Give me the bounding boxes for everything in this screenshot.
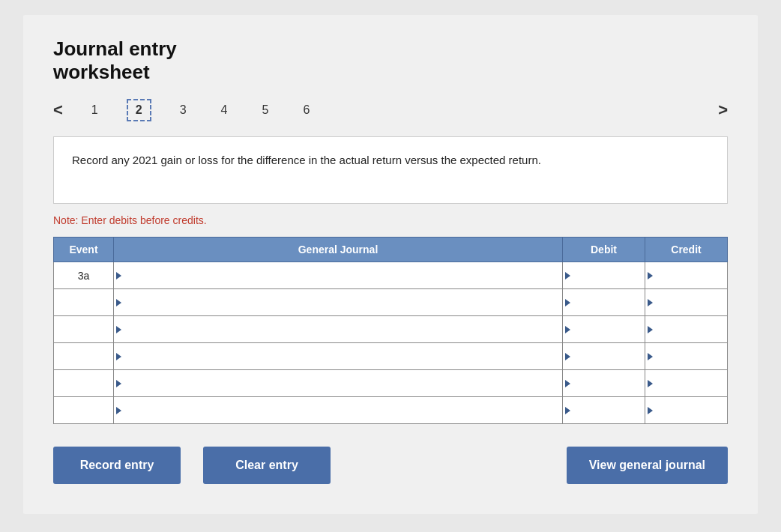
buttons-row: Record entry Clear entry View general jo… [53,447,728,484]
credit-input[interactable] [645,289,727,315]
event-cell: 3a [54,262,114,289]
table-row [54,316,728,343]
debit-cell[interactable] [563,370,645,397]
nav-item-6[interactable]: 6 [297,100,316,120]
journal-table: Event General Journal Debit Credit 3a [53,237,728,424]
nav-item-4[interactable]: 4 [215,100,234,120]
credit-cell[interactable] [645,343,728,370]
credit-arrow-icon [648,299,653,306]
credit-arrow-icon [648,272,653,279]
credit-arrow-icon [648,353,653,360]
general-journal-cell[interactable] [114,343,563,370]
debit-input[interactable] [563,262,645,288]
general-journal-cell[interactable] [114,289,563,316]
nav-item-3[interactable]: 3 [174,100,193,120]
cell-arrow-icon [116,380,121,387]
debit-arrow-icon [565,272,570,279]
debit-arrow-icon [565,380,570,387]
table-row [54,343,728,370]
credit-arrow-icon [648,407,653,414]
debit-arrow-icon [565,326,570,333]
nav-next-arrow[interactable]: > [718,100,728,120]
record-entry-button[interactable]: Record entry [53,447,181,484]
credit-input[interactable] [645,343,727,369]
debit-cell[interactable] [563,343,645,370]
instruction-text: Record any 2021 gain or loss for the dif… [72,152,709,169]
credit-cell[interactable] [645,262,728,289]
general-journal-cell[interactable] [114,316,563,343]
header-credit: Credit [645,238,728,262]
cell-arrow-icon [116,299,121,306]
cell-arrow-icon [116,353,121,360]
debit-arrow-icon [565,353,570,360]
event-cell [54,343,114,370]
general-journal-input[interactable] [114,370,562,396]
debit-arrow-icon [565,407,570,414]
credit-cell[interactable] [645,397,728,424]
debit-cell[interactable] [563,397,645,424]
table-row [54,397,728,424]
debit-input[interactable] [563,397,645,423]
credit-arrow-icon [648,380,653,387]
general-journal-input[interactable] [114,316,562,342]
table-row [54,289,728,316]
debit-input[interactable] [563,289,645,315]
nav-prev-arrow[interactable]: < [53,100,63,120]
event-cell [54,370,114,397]
header-event: Event [54,238,114,262]
credit-cell[interactable] [645,370,728,397]
general-journal-input[interactable] [114,262,562,288]
header-general-journal: General Journal [114,238,563,262]
general-journal-input[interactable] [114,343,562,369]
debit-cell[interactable] [563,289,645,316]
debit-arrow-icon [565,299,570,306]
credit-input[interactable] [645,397,727,423]
credit-cell[interactable] [645,316,728,343]
debit-input[interactable] [563,370,645,396]
general-journal-cell[interactable] [114,370,563,397]
general-journal-cell[interactable] [114,397,563,424]
cell-arrow-icon [116,272,121,279]
general-journal-cell[interactable] [114,262,563,289]
debit-input[interactable] [563,316,645,342]
debit-input[interactable] [563,343,645,369]
debit-cell[interactable] [563,262,645,289]
nav-item-5[interactable]: 5 [256,100,274,120]
credit-input[interactable] [645,370,727,396]
event-cell [54,397,114,424]
clear-entry-button[interactable]: Clear entry [203,447,331,484]
header-debit: Debit [563,238,645,262]
table-row: 3a [54,262,728,289]
debit-cell[interactable] [563,316,645,343]
general-journal-input[interactable] [114,289,562,315]
cell-arrow-icon [116,407,121,414]
credit-arrow-icon [648,326,653,333]
general-journal-input[interactable] [114,397,562,423]
cell-arrow-icon [116,326,121,333]
credit-cell[interactable] [645,289,728,316]
event-cell [54,289,114,316]
instruction-box: Record any 2021 gain or loss for the dif… [53,136,728,204]
nav-item-1[interactable]: 1 [85,100,104,120]
note-text: Note: Enter debits before credits. [53,214,728,226]
view-general-journal-button[interactable]: View general journal [567,447,728,484]
credit-input[interactable] [645,262,727,288]
nav-item-2[interactable]: 2 [127,99,151,121]
credit-input[interactable] [645,316,727,342]
main-container: Journal entry worksheet < 1 2 3 4 5 6 > … [23,15,758,514]
navigation-row: < 1 2 3 4 5 6 > [53,99,728,121]
page-title: Journal entry worksheet [53,37,728,84]
event-cell [54,316,114,343]
table-row [54,370,728,397]
